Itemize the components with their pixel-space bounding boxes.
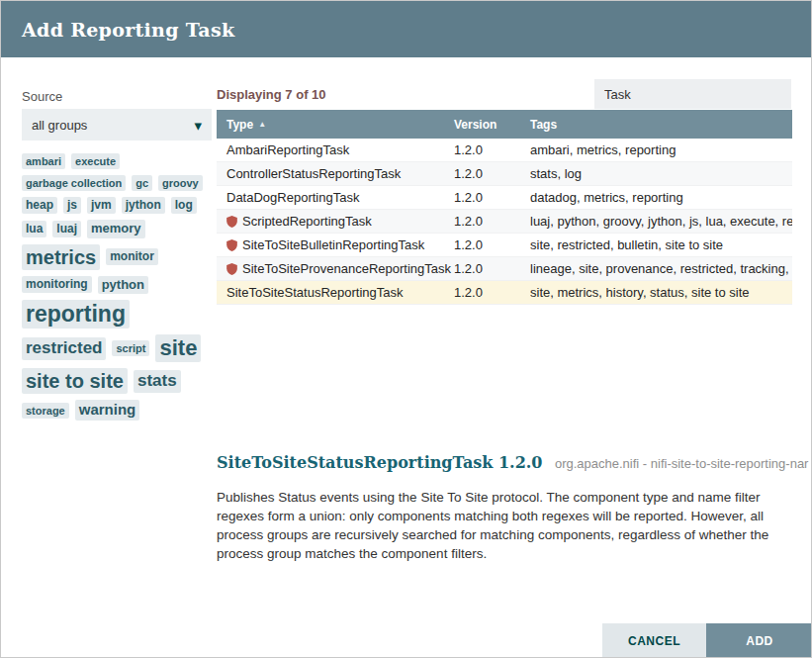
selected-task-bundle: org.apache.nifi - nifi-site-to-site-repo… [555, 456, 809, 471]
table-row[interactable]: ScriptedReportingTask 1.2.0 luaj, python… [217, 210, 792, 234]
row-type: AmbariReportingTask [226, 142, 349, 157]
table-row[interactable]: SiteToSiteBulletinReportingTask 1.2.0 si… [217, 234, 792, 257]
column-header-version[interactable]: Version [454, 118, 530, 132]
task-filter-input[interactable]: Task [594, 79, 791, 109]
restricted-shield-icon [226, 239, 237, 251]
tag-cloud-item[interactable]: storage [22, 403, 69, 419]
table-row[interactable]: SiteToSiteStatusReportingTask 1.2.0 site… [217, 281, 792, 305]
tag-cloud-item[interactable]: heap [22, 197, 57, 214]
row-type-cell: ControllerStatusReportingTask [217, 166, 454, 181]
tag-cloud-item[interactable]: stats [134, 370, 181, 393]
table-row[interactable]: ControllerStatusReportingTask 1.2.0 stat… [217, 162, 792, 186]
table-body: AmbariReportingTask 1.2.0 ambari, metric… [217, 139, 792, 305]
chevron-down-icon: ▾ [194, 118, 202, 133]
source-label: Source [22, 89, 62, 104]
tag-cloud-item[interactable]: execute [71, 153, 120, 169]
tag-cloud-item[interactable]: ambari [22, 153, 65, 169]
row-version: 1.2.0 [454, 190, 530, 205]
add-button[interactable]: ADD [706, 623, 812, 658]
table-header: Type ▲ Version Tags [217, 110, 792, 139]
row-type-cell: SiteToSiteProvenanceReportingTask [217, 261, 454, 276]
row-type: ScriptedReportingTask [242, 214, 372, 229]
row-type: SiteToSiteProvenanceReportingTask [242, 261, 451, 276]
row-version: 1.2.0 [454, 166, 530, 181]
row-type-cell: DataDogReportingTask [217, 190, 454, 205]
row-version: 1.2.0 [454, 261, 530, 276]
table-row[interactable]: SiteToSiteProvenanceReportingTask 1.2.0 … [217, 257, 792, 281]
displaying-count: Displaying 7 of 10 [217, 87, 326, 102]
table-row[interactable]: DataDogReportingTask 1.2.0 datadog, metr… [217, 186, 792, 210]
tag-cloud-item[interactable]: memory [87, 220, 145, 237]
restricted-shield-icon [226, 216, 237, 228]
cancel-button[interactable]: CANCEL [602, 623, 706, 658]
tag-cloud-item[interactable]: js [63, 197, 81, 214]
row-type-cell: SiteToSiteStatusReportingTask [217, 285, 454, 300]
restricted-shield-icon [226, 263, 237, 275]
row-type-cell: ScriptedReportingTask [217, 214, 454, 229]
row-version: 1.2.0 [454, 285, 530, 300]
row-type-cell: SiteToSiteBulletinReportingTask [217, 237, 454, 252]
selected-task-title: SiteToSiteStatusReportingTask 1.2.0 [217, 453, 543, 472]
row-tags: site, restricted, bulletin, site to site [530, 237, 792, 252]
column-header-tags[interactable]: Tags [530, 118, 792, 132]
table-row[interactable]: AmbariReportingTask 1.2.0 ambari, metric… [217, 139, 792, 162]
tag-cloud-item[interactable]: jvm [87, 197, 116, 214]
selected-task-detail: SiteToSiteStatusReportingTask 1.2.0 org.… [217, 453, 808, 472]
tag-cloud-item[interactable]: metrics [22, 244, 100, 270]
row-version: 1.2.0 [454, 142, 530, 157]
dialog-title: Add Reporting Task [22, 19, 234, 41]
dialog-header: Add Reporting Task [1, 1, 811, 57]
tag-cloud-item[interactable]: monitoring [22, 276, 92, 293]
tag-cloud: ambariexecutegarbage collectiongcgroovyh… [22, 153, 219, 421]
column-header-type-label: Type [226, 118, 253, 132]
tag-cloud-item[interactable]: monitor [106, 248, 158, 265]
row-tags: datadog, metrics, reporting [530, 190, 792, 205]
sort-asc-icon: ▲ [258, 120, 266, 129]
tag-cloud-item[interactable]: python [98, 276, 148, 294]
row-type: DataDogReportingTask [226, 190, 359, 205]
tag-cloud-item[interactable]: restricted [22, 337, 106, 360]
row-tags: luaj, python, groovy, jython, js, lua, e… [530, 214, 792, 229]
tag-cloud-item[interactable]: lua [22, 221, 46, 237]
tag-cloud-item[interactable]: luaj [52, 221, 81, 237]
tag-cloud-item[interactable]: jython [122, 197, 165, 214]
row-tags: lineage, site, provenance, restricted, t… [530, 261, 792, 276]
row-type: ControllerStatusReportingTask [226, 166, 401, 181]
row-tags: site, metrics, history, status, site to … [530, 285, 792, 300]
row-type-cell: AmbariReportingTask [217, 142, 454, 157]
add-reporting-task-dialog: Add Reporting Task Source all groups ▾ a… [0, 0, 812, 658]
row-tags: ambari, metrics, reporting [530, 142, 792, 157]
row-tags: stats, log [530, 166, 792, 181]
group-select[interactable]: all groups ▾ [22, 109, 212, 141]
selected-task-description: Publishes Status events using the Site T… [217, 488, 796, 564]
tag-cloud-item[interactable]: reporting [22, 300, 130, 329]
tag-cloud-item[interactable]: gc [132, 175, 152, 191]
tag-cloud-item[interactable]: garbage collection [22, 175, 126, 191]
task-filter-value: Task [604, 87, 631, 102]
row-type: SiteToSiteStatusReportingTask [226, 285, 403, 300]
column-header-type[interactable]: Type ▲ [217, 118, 454, 132]
row-version: 1.2.0 [454, 237, 530, 252]
tag-cloud-item[interactable]: site [155, 334, 201, 362]
tag-cloud-item[interactable]: log [171, 197, 197, 214]
group-select-value: all groups [32, 118, 87, 133]
tag-cloud-item[interactable]: warning [75, 400, 140, 421]
row-type: SiteToSiteBulletinReportingTask [242, 237, 424, 252]
tag-cloud-item[interactable]: site to site [22, 368, 128, 394]
row-version: 1.2.0 [454, 214, 530, 229]
tag-cloud-item[interactable]: script [112, 340, 149, 356]
tag-cloud-item[interactable]: groovy [158, 175, 203, 191]
